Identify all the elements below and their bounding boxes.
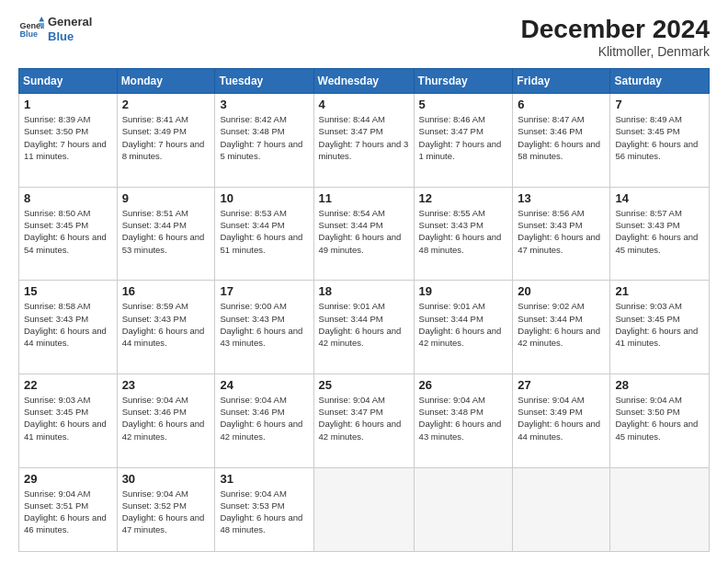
- day-detail: Sunrise: 8:39 AM Sunset: 3:50 PM Dayligh…: [24, 113, 112, 162]
- sunrise-label: Sunrise: 8:55 AM: [419, 208, 485, 218]
- day-number: 28: [615, 378, 704, 392]
- daylight-label: Daylight: 6 hours and 53 minutes.: [122, 232, 205, 254]
- sunset-label: Sunset: 3:47 PM: [319, 126, 383, 136]
- sunset-label: Sunset: 3:47 PM: [319, 407, 383, 417]
- day-number: 2: [122, 98, 210, 111]
- calendar-cell: 30 Sunrise: 9:04 AM Sunset: 3:52 PM Dayl…: [117, 467, 215, 552]
- calendar-cell: 14 Sunrise: 8:57 AM Sunset: 3:43 PM Dayl…: [610, 187, 710, 281]
- day-number: 27: [518, 378, 605, 392]
- sunset-label: Sunset: 3:43 PM: [419, 220, 483, 230]
- daylight-label: Daylight: 6 hours and 49 minutes.: [319, 232, 402, 254]
- sunset-label: Sunset: 3:46 PM: [518, 126, 582, 136]
- daylight-label: Daylight: 7 hours and 8 minutes.: [122, 139, 205, 161]
- day-detail: Sunrise: 9:04 AM Sunset: 3:48 PM Dayligh…: [419, 394, 508, 442]
- calendar-cell: 24 Sunrise: 9:04 AM Sunset: 3:46 PM Dayl…: [215, 373, 313, 467]
- day-detail: Sunrise: 9:04 AM Sunset: 3:46 PM Dayligh…: [122, 394, 210, 442]
- day-number: 13: [518, 191, 605, 205]
- day-detail: Sunrise: 8:47 AM Sunset: 3:46 PM Dayligh…: [518, 113, 605, 162]
- sunrise-label: Sunrise: 9:02 AM: [518, 301, 584, 311]
- calendar-table: SundayMondayTuesdayWednesdayThursdayFrid…: [18, 68, 710, 552]
- logo-blue: Blue: [48, 29, 92, 44]
- sunset-label: Sunset: 3:44 PM: [419, 314, 483, 324]
- day-number: 23: [122, 378, 210, 392]
- col-header-tuesday: Tuesday: [215, 69, 313, 94]
- day-number: 5: [419, 98, 508, 111]
- daylight-label: Daylight: 6 hours and 42 minutes.: [518, 326, 600, 348]
- sunrise-label: Sunrise: 8:50 AM: [24, 208, 90, 218]
- day-number: 14: [615, 191, 704, 205]
- day-number: 29: [24, 472, 112, 486]
- calendar-cell: [313, 467, 414, 552]
- daylight-label: Daylight: 7 hours and 5 minutes.: [220, 139, 302, 161]
- day-detail: Sunrise: 9:00 AM Sunset: 3:43 PM Dayligh…: [220, 300, 308, 349]
- sunrise-label: Sunrise: 8:51 AM: [122, 208, 188, 218]
- daylight-label: Daylight: 6 hours and 47 minutes.: [122, 512, 205, 534]
- sunset-label: Sunset: 3:49 PM: [122, 126, 187, 136]
- sunrise-label: Sunrise: 9:04 AM: [24, 488, 90, 499]
- day-detail: Sunrise: 8:50 AM Sunset: 3:45 PM Dayligh…: [24, 207, 112, 256]
- sunset-label: Sunset: 3:43 PM: [24, 314, 88, 324]
- sunset-label: Sunset: 3:44 PM: [518, 314, 582, 324]
- day-detail: Sunrise: 8:57 AM Sunset: 3:43 PM Dayligh…: [615, 207, 704, 256]
- calendar-cell: 1 Sunrise: 8:39 AM Sunset: 3:50 PM Dayli…: [19, 94, 118, 188]
- day-number: 11: [319, 191, 409, 205]
- sunrise-label: Sunrise: 8:39 AM: [24, 114, 90, 124]
- calendar-cell: 17 Sunrise: 9:00 AM Sunset: 3:43 PM Dayl…: [215, 281, 313, 374]
- sunrise-label: Sunrise: 8:53 AM: [220, 208, 286, 218]
- sunset-label: Sunset: 3:48 PM: [220, 126, 284, 136]
- calendar-cell: 26 Sunrise: 9:04 AM Sunset: 3:48 PM Dayl…: [414, 373, 513, 467]
- col-header-saturday: Saturday: [610, 69, 710, 94]
- sunset-label: Sunset: 3:50 PM: [615, 407, 679, 417]
- calendar-cell: 16 Sunrise: 8:59 AM Sunset: 3:43 PM Dayl…: [117, 281, 215, 374]
- day-number: 1: [24, 98, 112, 111]
- daylight-label: Daylight: 7 hours and 3 minutes.: [319, 139, 409, 161]
- day-detail: Sunrise: 9:04 AM Sunset: 3:53 PM Dayligh…: [220, 488, 308, 536]
- sunrise-label: Sunrise: 9:01 AM: [319, 301, 385, 311]
- sunset-label: Sunset: 3:43 PM: [615, 220, 679, 230]
- calendar-cell: 18 Sunrise: 9:01 AM Sunset: 3:44 PM Dayl…: [313, 281, 414, 374]
- day-number: 12: [419, 191, 508, 205]
- sunrise-label: Sunrise: 8:42 AM: [220, 114, 286, 124]
- logo-general: General: [48, 15, 92, 29]
- sunrise-label: Sunrise: 8:54 AM: [319, 208, 385, 218]
- title-block: December 2024 Klitmoller, Denmark: [521, 15, 710, 59]
- day-number: 4: [319, 98, 409, 111]
- sunset-label: Sunset: 3:44 PM: [220, 220, 284, 230]
- calendar-cell: 15 Sunrise: 8:58 AM Sunset: 3:43 PM Dayl…: [19, 281, 118, 374]
- daylight-label: Daylight: 7 hours and 11 minutes.: [24, 139, 107, 161]
- daylight-label: Daylight: 6 hours and 42 minutes.: [220, 419, 302, 441]
- calendar-header-row: SundayMondayTuesdayWednesdayThursdayFrid…: [19, 69, 710, 94]
- day-detail: Sunrise: 9:03 AM Sunset: 3:45 PM Dayligh…: [24, 394, 112, 442]
- sunset-label: Sunset: 3:49 PM: [518, 407, 582, 417]
- calendar-cell: 23 Sunrise: 9:04 AM Sunset: 3:46 PM Dayl…: [117, 373, 215, 467]
- daylight-label: Daylight: 6 hours and 44 minutes.: [24, 326, 107, 348]
- calendar-week-1: 1 Sunrise: 8:39 AM Sunset: 3:50 PM Dayli…: [19, 94, 710, 188]
- sunrise-label: Sunrise: 9:04 AM: [319, 395, 385, 405]
- day-detail: Sunrise: 8:41 AM Sunset: 3:49 PM Dayligh…: [122, 113, 210, 162]
- daylight-label: Daylight: 7 hours and 1 minute.: [419, 139, 502, 161]
- day-number: 30: [122, 472, 210, 486]
- sunset-label: Sunset: 3:48 PM: [419, 407, 483, 417]
- daylight-label: Daylight: 6 hours and 44 minutes.: [122, 326, 205, 348]
- day-number: 31: [220, 472, 308, 486]
- calendar-cell: 4 Sunrise: 8:44 AM Sunset: 3:47 PM Dayli…: [313, 94, 414, 188]
- sunset-label: Sunset: 3:53 PM: [220, 500, 284, 511]
- sunrise-label: Sunrise: 8:58 AM: [24, 301, 90, 311]
- calendar-cell: 7 Sunrise: 8:49 AM Sunset: 3:45 PM Dayli…: [610, 94, 710, 188]
- daylight-label: Daylight: 6 hours and 42 minutes.: [419, 326, 502, 348]
- sunrise-label: Sunrise: 9:01 AM: [419, 301, 485, 311]
- daylight-label: Daylight: 6 hours and 54 minutes.: [24, 232, 107, 254]
- sunset-label: Sunset: 3:44 PM: [319, 220, 383, 230]
- daylight-label: Daylight: 6 hours and 42 minutes.: [319, 419, 402, 441]
- daylight-label: Daylight: 6 hours and 48 minutes.: [220, 512, 302, 534]
- day-detail: Sunrise: 9:04 AM Sunset: 3:51 PM Dayligh…: [24, 488, 112, 536]
- sunset-label: Sunset: 3:46 PM: [122, 407, 187, 417]
- calendar-cell: 29 Sunrise: 9:04 AM Sunset: 3:51 PM Dayl…: [19, 467, 118, 552]
- day-detail: Sunrise: 9:03 AM Sunset: 3:45 PM Dayligh…: [615, 300, 704, 349]
- day-detail: Sunrise: 9:02 AM Sunset: 3:44 PM Dayligh…: [518, 300, 605, 349]
- daylight-label: Daylight: 6 hours and 42 minutes.: [319, 326, 402, 348]
- sunrise-label: Sunrise: 9:04 AM: [518, 395, 584, 405]
- calendar-cell: [610, 467, 710, 552]
- sunrise-label: Sunrise: 9:03 AM: [615, 301, 681, 311]
- sunrise-label: Sunrise: 8:44 AM: [319, 114, 385, 124]
